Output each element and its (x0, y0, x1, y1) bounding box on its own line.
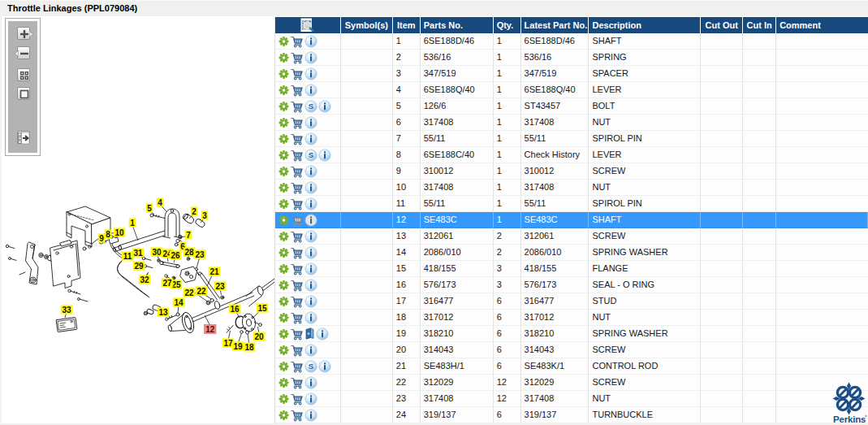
svg-text:2: 2 (192, 207, 196, 216)
svg-text:S: S (309, 102, 313, 111)
svg-text:4: 4 (158, 198, 162, 207)
svg-text:18: 18 (244, 343, 254, 352)
svg-text:8: 8 (106, 230, 110, 239)
svg-text:1: 1 (130, 219, 135, 228)
svg-text:28: 28 (184, 248, 194, 257)
svg-text:S: S (309, 150, 313, 159)
svg-text:Perkins: Perkins (833, 414, 866, 424)
svg-text:12: 12 (205, 325, 215, 334)
svg-text:30: 30 (152, 248, 162, 257)
svg-text:11: 11 (123, 252, 132, 261)
svg-text:10: 10 (114, 228, 124, 237)
svg-text:29: 29 (134, 262, 144, 271)
svg-text:21: 21 (209, 267, 219, 276)
svg-text:S: S (309, 362, 313, 371)
svg-text:26: 26 (171, 251, 180, 260)
svg-text:27: 27 (162, 279, 172, 288)
svg-text:20: 20 (254, 332, 264, 341)
svg-text:33: 33 (62, 306, 71, 314)
svg-text:23: 23 (195, 250, 205, 259)
svg-text:15: 15 (257, 304, 267, 313)
svg-text:32: 32 (140, 275, 149, 284)
svg-text:19: 19 (233, 342, 243, 351)
svg-text:14: 14 (174, 298, 184, 307)
svg-text:16: 16 (230, 305, 240, 314)
svg-text:23: 23 (215, 282, 225, 291)
svg-text:3: 3 (202, 211, 207, 220)
svg-text:9: 9 (99, 234, 104, 243)
svg-text:17: 17 (223, 339, 233, 348)
svg-text:22: 22 (196, 287, 206, 296)
svg-text:7: 7 (186, 231, 191, 240)
svg-text:22: 22 (184, 288, 194, 297)
svg-text:31: 31 (133, 249, 143, 258)
svg-text:13: 13 (158, 308, 168, 317)
svg-text:5: 5 (147, 204, 152, 213)
